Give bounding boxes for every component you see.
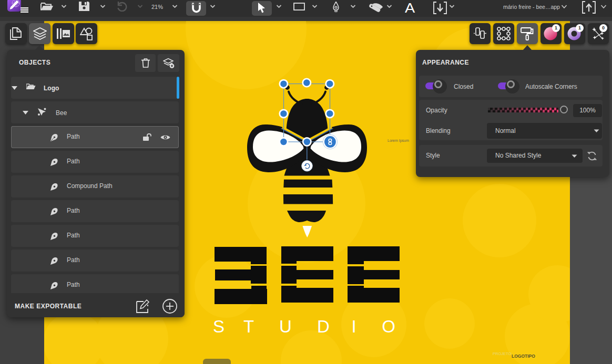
- svg-text:Lorem Ipsum: Lorem Ipsum: [387, 139, 409, 143]
- svg-text:T: T: [243, 317, 254, 336]
- svg-text:S: S: [213, 317, 225, 336]
- svg-text:PROJETO:: PROJETO:: [493, 351, 512, 356]
- svg-text:LOGOTIPO: LOGOTIPO: [512, 353, 535, 359]
- svg-text:O: O: [382, 317, 395, 336]
- svg-text:D: D: [317, 317, 330, 336]
- svg-text:I: I: [351, 317, 356, 336]
- svg-text:U: U: [279, 317, 292, 336]
